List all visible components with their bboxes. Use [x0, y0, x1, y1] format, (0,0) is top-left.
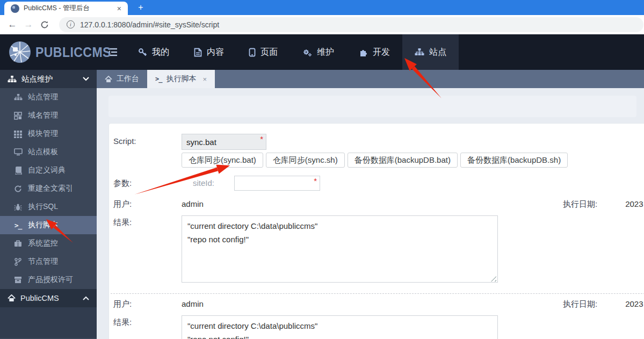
tab-label: 工作台: [117, 74, 139, 84]
topnav-item-maintenance[interactable]: 维护: [290, 34, 346, 70]
browser-tab-title: PublicCMS - 管理后台: [24, 4, 115, 13]
refresh-icon[interactable]: [37, 19, 53, 30]
sidebar-item-site-template[interactable]: 站点模板: [0, 143, 97, 161]
mobile-icon: [249, 48, 256, 57]
sidebar-section-site-maintenance[interactable]: 站点维护: [0, 70, 97, 88]
script-input[interactable]: [182, 134, 266, 150]
forward-icon[interactable]: →: [20, 19, 37, 30]
topnav-item-label: 开发: [373, 47, 390, 58]
topnav-item-content[interactable]: 内容: [182, 34, 236, 70]
sidebar-section-publiccms[interactable]: PublicCMS: [0, 289, 97, 307]
sitemap-icon: [13, 93, 23, 101]
sidebar-item-execute-script[interactable]: >_ 执行脚本: [0, 216, 97, 234]
sidebar-item-system-monitor[interactable]: 系统监控: [0, 234, 97, 253]
app-top-nav: PUBLICCMS 我的 内容 页面 维护 开发 站: [0, 34, 644, 70]
user-value: admin: [182, 199, 204, 210]
close-icon[interactable]: ×: [202, 75, 207, 83]
sitemap-icon: [415, 48, 424, 56]
tab-close-icon[interactable]: ×: [115, 4, 124, 13]
result-textarea[interactable]: [182, 215, 498, 283]
result-label: 结果:: [109, 215, 182, 285]
sidebar-items: 站点管理 域名管理 模块管理 站点模板 自定义词典 重建全文索引 执行SQL >…: [0, 88, 97, 289]
sidebar-item-label: 站点模板: [28, 147, 58, 157]
exec-date-group: 执行日期: 2023: [563, 199, 643, 210]
home-icon: [8, 294, 16, 302]
desktop-icon: [13, 148, 23, 156]
main-content: Script: * 仓库同步(sync.bat) 仓库同步(sync.sh) 备…: [97, 88, 644, 339]
script-button-sync-bat[interactable]: 仓库同步(sync.bat): [182, 153, 263, 168]
script-card: Script: * 仓库同步(sync.bat) 仓库同步(sync.sh) 备…: [108, 123, 644, 339]
sidebar-item-label: 执行脚本: [28, 220, 58, 230]
home-icon: [105, 76, 112, 83]
required-mark: *: [260, 134, 263, 143]
brand[interactable]: PUBLICCMS: [0, 41, 105, 63]
topnav-item-site[interactable]: 站点: [402, 34, 459, 70]
script-button-backupdb-bat[interactable]: 备份数据库(backupDB.bat): [348, 153, 458, 168]
browser-toolbar: ← → i 127.0.0.1:8080/admin/#site_sysSite…: [0, 15, 644, 34]
script-row: Script: *: [109, 134, 644, 150]
record-user-row: 用户: admin 执行日期: 2023: [109, 299, 644, 309]
result-textarea-wrap: [182, 215, 498, 285]
user-value: admin: [182, 299, 204, 309]
result-textarea-wrap: [182, 315, 498, 339]
parameters-label: 参数:: [109, 176, 182, 191]
info-icon[interactable]: i: [67, 20, 75, 28]
archive-icon: [13, 276, 23, 284]
sidebar-item-module-management[interactable]: 模块管理: [0, 125, 97, 143]
terminal-icon: >_: [155, 75, 162, 83]
collapsed-panel: [108, 96, 636, 117]
tab-execute-script[interactable]: >_ 执行脚本 ×: [147, 70, 215, 88]
key-icon: [138, 48, 147, 57]
result-textarea[interactable]: [182, 315, 498, 339]
briefcase-icon: [13, 240, 23, 247]
sitemap-icon: [8, 75, 17, 83]
sidebar-section-title: 站点维护: [21, 74, 53, 84]
book-icon: [13, 167, 23, 175]
chevron-down-icon: [83, 77, 89, 81]
publiccms-logo-icon: [9, 41, 31, 63]
topnav-item-develop[interactable]: 开发: [346, 34, 402, 70]
tab-workbench[interactable]: 工作台: [97, 70, 147, 88]
sidebar-item-label: 域名管理: [28, 111, 58, 120]
exec-date-group: 执行日期: 2023: [563, 299, 643, 309]
record-result-row: 结果:: [109, 215, 644, 285]
gears-icon: [302, 48, 312, 57]
sidebar-item-product-license[interactable]: 产品授权许可: [0, 271, 97, 289]
browser-tab[interactable]: PublicCMS - 管理后台 ×: [4, 2, 128, 15]
topnav-item-label: 内容: [207, 47, 224, 58]
script-button-backupdb-sh[interactable]: 备份数据库(backupDB.sh): [460, 153, 568, 168]
sidebar-item-rebuild-index[interactable]: 重建全文索引: [0, 179, 97, 198]
siteid-input[interactable]: [234, 176, 320, 191]
back-icon[interactable]: ←: [4, 19, 20, 30]
exec-date-label: 执行日期:: [563, 199, 597, 210]
new-tab-button[interactable]: +: [134, 2, 147, 13]
terminal-icon: >_: [13, 221, 23, 229]
sidebar-item-label: 执行SQL: [28, 202, 58, 212]
sidebar-item-label: 系统监控: [28, 239, 58, 248]
sidebar-footer-label: PublicCMS: [20, 294, 59, 302]
record-result-row: 结果:: [109, 315, 644, 339]
parameters-row: 参数: siteId: *: [109, 176, 644, 191]
sidebar-item-node-management[interactable]: 节点管理: [0, 253, 97, 271]
publiccms-favicon-icon: [11, 4, 19, 13]
topnav-item-page[interactable]: 页面: [236, 34, 290, 70]
url-bar[interactable]: i 127.0.0.1:8080/admin/#site_sysSite/scr…: [59, 17, 643, 32]
script-label: Script:: [109, 134, 182, 150]
sidebar-empty-area: [0, 307, 97, 338]
sidebar-item-site-management[interactable]: 站点管理: [0, 88, 97, 106]
user-label: 用户:: [109, 199, 182, 210]
topnav-item-my[interactable]: 我的: [126, 34, 182, 70]
siteid-label: siteId:: [193, 176, 231, 191]
sidebar: 站点维护 站点管理 域名管理 模块管理 站点模板 自定义词典 重建全文索引: [0, 70, 97, 339]
branch-icon: [13, 258, 23, 266]
topnav-item-label: 维护: [317, 47, 334, 58]
browser-tab-strip: PublicCMS - 管理后台 × +: [0, 0, 644, 15]
script-button-sync-sh[interactable]: 仓库同步(sync.sh): [266, 153, 345, 168]
sidebar-item-domain-management[interactable]: 域名管理: [0, 106, 97, 125]
sidebar-item-execute-sql[interactable]: 执行SQL: [0, 198, 97, 216]
required-mark: *: [314, 176, 317, 185]
sidebar-item-custom-dictionary[interactable]: 自定义词典: [0, 161, 97, 179]
refresh-icon: [13, 185, 23, 193]
record-divider: [111, 293, 644, 294]
script-input-wrap: *: [182, 134, 266, 150]
